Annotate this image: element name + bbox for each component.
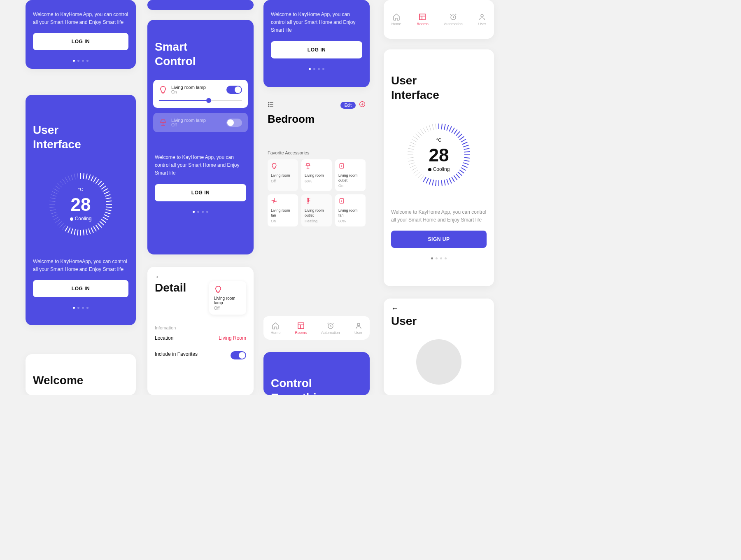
nav-rooms[interactable]: Rooms bbox=[417, 12, 429, 26]
svg-line-124 bbox=[412, 168, 417, 170]
svg-line-122 bbox=[416, 172, 420, 175]
svg-line-58 bbox=[68, 228, 70, 233]
svg-line-116 bbox=[432, 180, 433, 186]
svg-line-136 bbox=[416, 134, 420, 138]
bulb-icon bbox=[271, 163, 277, 170]
accessory-tile[interactable]: Living room fan On bbox=[268, 194, 298, 226]
svg-line-131 bbox=[408, 148, 414, 149]
nav-rooms[interactable]: Rooms bbox=[295, 321, 307, 335]
bottom-nav: Home Rooms Automation User bbox=[263, 316, 370, 340]
nav-automation[interactable]: Automation bbox=[444, 12, 463, 26]
login-button[interactable]: LOG IN bbox=[271, 41, 362, 58]
nav-automation[interactable]: Automation bbox=[321, 321, 340, 335]
svg-line-97 bbox=[464, 148, 470, 149]
svg-line-75 bbox=[56, 186, 60, 189]
tile-state: On bbox=[338, 184, 362, 188]
svg-line-63 bbox=[56, 219, 60, 222]
tile-name: Living room bbox=[271, 173, 295, 178]
svg-line-48 bbox=[96, 225, 99, 229]
device-state: Off bbox=[214, 306, 241, 310]
svg-line-110 bbox=[449, 178, 452, 184]
nav-label: Home bbox=[270, 331, 280, 335]
tile-state: 60% bbox=[338, 219, 362, 223]
svg-line-123 bbox=[414, 170, 418, 173]
svg-line-51 bbox=[89, 229, 90, 234]
svg-line-104 bbox=[461, 168, 466, 170]
svg-line-33 bbox=[101, 186, 106, 189]
back-button[interactable]: ← bbox=[384, 299, 494, 313]
avatar[interactable] bbox=[416, 339, 461, 385]
accessory-tile[interactable]: Living room fan 60% bbox=[335, 194, 366, 226]
svg-line-28 bbox=[91, 176, 93, 181]
accessory-tile[interactable]: Living room outlet Heating bbox=[301, 194, 332, 226]
add-button[interactable] bbox=[359, 101, 366, 110]
device-card[interactable]: Living room lamp Off bbox=[153, 113, 248, 132]
thermostat-dial[interactable]: °C 28 Cooling bbox=[26, 159, 136, 250]
svg-line-42 bbox=[105, 212, 110, 214]
svg-line-93 bbox=[459, 136, 464, 140]
nav-user[interactable]: User bbox=[478, 12, 486, 26]
page-dots bbox=[263, 58, 370, 77]
svg-line-55 bbox=[77, 230, 78, 236]
svg-line-133 bbox=[410, 142, 416, 145]
svg-line-76 bbox=[58, 183, 62, 187]
svg-line-138 bbox=[420, 130, 424, 134]
svg-line-78 bbox=[62, 179, 65, 184]
login-button[interactable]: LOG IN bbox=[33, 280, 128, 297]
page-dots bbox=[384, 248, 494, 267]
svg-line-59 bbox=[65, 226, 68, 231]
list-icon[interactable] bbox=[268, 101, 274, 110]
login-button[interactable]: LOG IN bbox=[33, 33, 128, 50]
toggle-switch[interactable] bbox=[231, 351, 246, 359]
page-title: Welcome bbox=[26, 366, 136, 394]
nav-label: Automation bbox=[444, 22, 463, 26]
lamp-icon bbox=[305, 163, 311, 170]
svg-line-47 bbox=[98, 223, 101, 227]
toggle-switch[interactable] bbox=[226, 119, 242, 127]
info-key: Location bbox=[155, 335, 173, 341]
welcome-text: Welcome to KayHome App, you can control … bbox=[147, 154, 254, 177]
svg-line-71 bbox=[50, 198, 56, 199]
bulb-icon bbox=[214, 285, 222, 292]
svg-line-79 bbox=[65, 177, 68, 182]
svg-line-96 bbox=[463, 145, 468, 147]
nav-home[interactable]: Home bbox=[270, 321, 280, 335]
svg-line-132 bbox=[409, 145, 415, 147]
svg-line-50 bbox=[91, 228, 93, 233]
svg-line-125 bbox=[410, 165, 416, 168]
toggle-switch[interactable] bbox=[226, 86, 242, 94]
welcome-text: Welcome to KayHome App, you can control … bbox=[384, 208, 494, 224]
page-title: User Interface bbox=[26, 115, 136, 159]
tile-state: On bbox=[271, 219, 295, 223]
nav-user[interactable]: User bbox=[354, 321, 363, 335]
brightness-slider[interactable] bbox=[159, 100, 242, 101]
svg-line-109 bbox=[452, 177, 454, 182]
accessory-tile[interactable]: Living room 60% bbox=[301, 159, 332, 191]
svg-line-64 bbox=[54, 217, 58, 220]
svg-line-86 bbox=[444, 124, 445, 130]
svg-line-88 bbox=[449, 126, 452, 132]
nav-home[interactable]: Home bbox=[391, 12, 401, 26]
accessory-tile[interactable]: Living room Off bbox=[268, 159, 298, 191]
page-dots bbox=[147, 201, 254, 220]
edit-button[interactable]: Edit bbox=[340, 102, 356, 109]
info-row[interactable]: Location Living Room bbox=[155, 330, 246, 346]
svg-line-65 bbox=[52, 215, 58, 217]
login-button[interactable]: LOG IN bbox=[155, 184, 246, 201]
signup-button[interactable]: SIGN UP bbox=[391, 231, 487, 248]
svg-line-36 bbox=[105, 195, 110, 196]
page-title: Smart Control bbox=[147, 32, 254, 76]
svg-line-120 bbox=[420, 175, 424, 180]
accessory-tile[interactable]: Living room outlet On bbox=[335, 159, 366, 191]
back-button[interactable]: ← bbox=[147, 267, 254, 281]
thermostat-dial[interactable]: °C 28 Cooling bbox=[384, 110, 494, 200]
user-icon bbox=[354, 321, 363, 330]
svg-line-81 bbox=[71, 175, 73, 180]
svg-line-26 bbox=[86, 174, 87, 180]
svg-line-72 bbox=[51, 195, 56, 196]
home-icon bbox=[391, 12, 401, 21]
device-card[interactable]: Living room lamp On bbox=[153, 80, 248, 108]
device-card[interactable]: Living room lamp Off bbox=[209, 281, 246, 315]
svg-line-90 bbox=[454, 130, 457, 134]
nav-label: Rooms bbox=[295, 331, 307, 335]
